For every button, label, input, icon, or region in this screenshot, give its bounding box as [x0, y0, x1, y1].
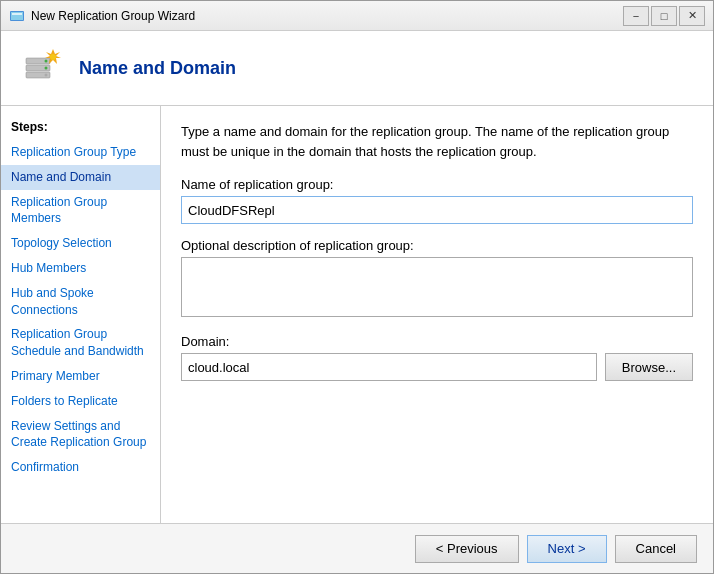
svg-point-7	[45, 67, 48, 70]
svg-rect-2	[12, 13, 22, 15]
optional-description-group: Optional description of replication grou…	[181, 238, 693, 320]
sidebar-item-hub-members[interactable]: Hub Members	[1, 256, 160, 281]
optional-description-textarea[interactable]	[181, 257, 693, 317]
wizard-window: New Replication Group Wizard − □ ✕ Name …	[0, 0, 714, 574]
title-bar: New Replication Group Wizard − □ ✕	[1, 1, 713, 31]
optional-description-label: Optional description of replication grou…	[181, 238, 693, 253]
browse-button[interactable]: Browse...	[605, 353, 693, 381]
domain-row: Browse...	[181, 353, 693, 381]
steps-label: Steps:	[1, 116, 160, 140]
wizard-footer: < Previous Next > Cancel	[1, 523, 713, 573]
next-button[interactable]: Next >	[527, 535, 607, 563]
domain-group: Domain: Browse...	[181, 334, 693, 381]
sidebar-item-hub-and-spoke-connections[interactable]: Hub and Spoke Connections	[1, 281, 160, 323]
main-panel: Type a name and domain for the replicati…	[161, 106, 713, 523]
sidebar-item-folders-to-replicate[interactable]: Folders to Replicate	[1, 389, 160, 414]
domain-input[interactable]	[181, 353, 597, 381]
sidebar: Steps: Replication Group Type Name and D…	[1, 106, 161, 523]
window-controls: − □ ✕	[623, 6, 705, 26]
previous-button[interactable]: < Previous	[415, 535, 519, 563]
wizard-icon	[18, 44, 66, 92]
description-text: Type a name and domain for the replicati…	[181, 122, 693, 161]
wizard-header: Name and Domain	[1, 31, 713, 106]
header-icon-area	[17, 43, 67, 93]
sidebar-item-replication-group-members[interactable]: Replication Group Members	[1, 190, 160, 232]
maximize-button[interactable]: □	[651, 6, 677, 26]
svg-point-8	[45, 74, 48, 77]
replication-group-name-group: Name of replication group:	[181, 177, 693, 224]
sidebar-item-review-settings[interactable]: Review Settings and Create Replication G…	[1, 414, 160, 456]
svg-point-10	[50, 54, 56, 60]
replication-group-name-input[interactable]	[181, 196, 693, 224]
header-title: Name and Domain	[79, 58, 236, 79]
sidebar-item-name-and-domain[interactable]: Name and Domain	[1, 165, 160, 190]
sidebar-item-replication-group-schedule[interactable]: Replication Group Schedule and Bandwidth	[1, 322, 160, 364]
svg-point-6	[45, 60, 48, 63]
window-title: New Replication Group Wizard	[31, 9, 623, 23]
sidebar-item-replication-group-type[interactable]: Replication Group Type	[1, 140, 160, 165]
domain-label: Domain:	[181, 334, 693, 349]
replication-group-name-label: Name of replication group:	[181, 177, 693, 192]
minimize-button[interactable]: −	[623, 6, 649, 26]
cancel-button[interactable]: Cancel	[615, 535, 697, 563]
sidebar-item-confirmation[interactable]: Confirmation	[1, 455, 160, 480]
sidebar-item-topology-selection[interactable]: Topology Selection	[1, 231, 160, 256]
window-icon	[9, 8, 25, 24]
close-button[interactable]: ✕	[679, 6, 705, 26]
sidebar-item-primary-member[interactable]: Primary Member	[1, 364, 160, 389]
content-area: Steps: Replication Group Type Name and D…	[1, 106, 713, 523]
